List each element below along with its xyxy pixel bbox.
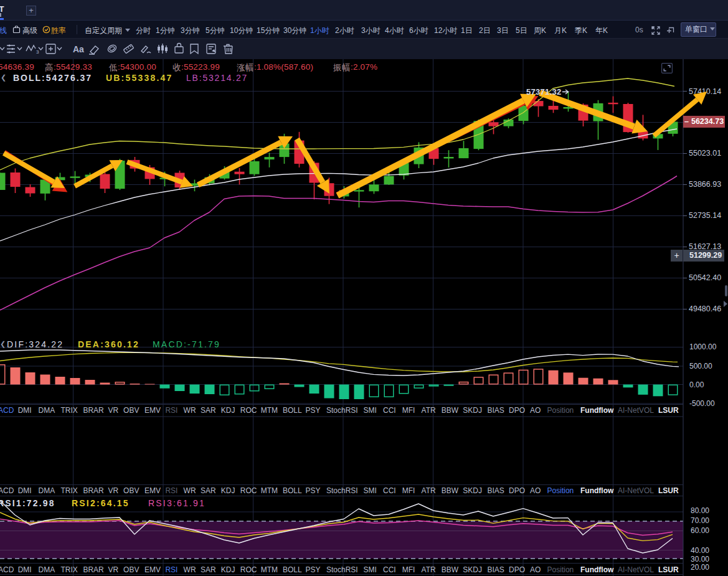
- svg-text:Aa: Aa: [73, 44, 84, 54]
- svg-text:3: 3: [36, 49, 39, 55]
- svg-text:57371.32: 57371.32: [526, 87, 562, 97]
